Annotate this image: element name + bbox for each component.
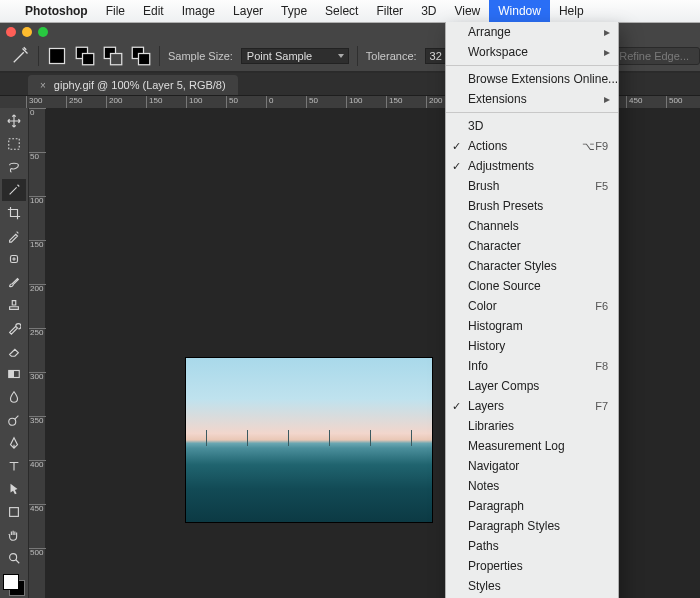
menu-item-3d[interactable]: 3D xyxy=(446,116,618,136)
stamp-tool-icon[interactable] xyxy=(2,294,26,316)
brush-tool-icon[interactable] xyxy=(2,271,26,293)
window-minimize-icon[interactable] xyxy=(22,27,32,37)
magic-wand-tool-icon[interactable] xyxy=(10,46,30,66)
menubar-view[interactable]: View xyxy=(445,0,489,22)
menubar-file[interactable]: File xyxy=(97,0,134,22)
menu-item-shortcut: F7 xyxy=(595,398,608,414)
menu-item-label: Paragraph xyxy=(468,499,524,513)
history-brush-tool-icon[interactable] xyxy=(2,317,26,339)
dodge-tool-icon[interactable] xyxy=(2,409,26,431)
menu-item-measurement-log[interactable]: Measurement Log xyxy=(446,436,618,456)
menu-item-libraries[interactable]: Libraries xyxy=(446,416,618,436)
pen-tool-icon[interactable] xyxy=(2,432,26,454)
menu-item-paragraph-styles[interactable]: Paragraph Styles xyxy=(446,516,618,536)
menu-item-paragraph[interactable]: Paragraph xyxy=(446,496,618,516)
menu-item-label: Properties xyxy=(468,559,523,573)
svg-point-10 xyxy=(9,418,16,425)
document-tab[interactable]: × giphy.gif @ 100% (Layer 5, RGB/8) xyxy=(28,75,238,95)
menubar-window[interactable]: Window xyxy=(489,0,550,22)
menubar-filter[interactable]: Filter xyxy=(367,0,412,22)
hand-tool-icon[interactable] xyxy=(2,524,26,546)
path-select-tool-icon[interactable] xyxy=(2,478,26,500)
ruler-tick: 200 xyxy=(29,284,46,293)
menubar-edit[interactable]: Edit xyxy=(134,0,173,22)
healing-tool-icon[interactable] xyxy=(2,248,26,270)
menu-item-character[interactable]: Character xyxy=(446,236,618,256)
ruler-tick: 100 xyxy=(29,196,46,205)
type-tool-icon[interactable] xyxy=(2,455,26,477)
menubar-3d[interactable]: 3D xyxy=(412,0,445,22)
tab-close-icon[interactable]: × xyxy=(40,80,46,91)
eyedropper-tool-icon[interactable] xyxy=(2,225,26,247)
menu-item-styles[interactable]: Styles xyxy=(446,576,618,596)
lasso-tool-icon[interactable] xyxy=(2,156,26,178)
document-canvas[interactable] xyxy=(186,358,432,522)
menu-item-label: Libraries xyxy=(468,419,514,433)
menubar-select[interactable]: Select xyxy=(316,0,367,22)
menu-item-label: 3D xyxy=(468,119,483,133)
menu-item-notes[interactable]: Notes xyxy=(446,476,618,496)
menu-item-clone-source[interactable]: Clone Source xyxy=(446,276,618,296)
menu-item-layer-comps[interactable]: Layer Comps xyxy=(446,376,618,396)
menu-item-channels[interactable]: Channels xyxy=(446,216,618,236)
selection-new-icon[interactable] xyxy=(47,46,67,66)
menu-item-extensions[interactable]: Extensions▸ xyxy=(446,89,618,109)
selection-intersect-icon[interactable] xyxy=(131,46,151,66)
window-menu-dropdown[interactable]: Arrange▸Workspace▸Browse Extensions Onli… xyxy=(445,22,619,598)
menu-item-color[interactable]: ColorF6 xyxy=(446,296,618,316)
menubar-image[interactable]: Image xyxy=(173,0,224,22)
move-tool-icon[interactable] xyxy=(2,110,26,132)
menu-item-character-styles[interactable]: Character Styles xyxy=(446,256,618,276)
menubar-layer[interactable]: Layer xyxy=(224,0,272,22)
menu-item-label: Clone Source xyxy=(468,279,541,293)
menu-item-properties[interactable]: Properties xyxy=(446,556,618,576)
menu-item-label: Character Styles xyxy=(468,259,557,273)
svg-rect-6 xyxy=(139,54,150,65)
menu-item-label: Brush Presets xyxy=(468,199,543,213)
tolerance-label: Tolerance: xyxy=(366,50,417,62)
menu-item-workspace[interactable]: Workspace▸ xyxy=(446,42,618,62)
selection-add-icon[interactable] xyxy=(75,46,95,66)
menu-item-navigator[interactable]: Navigator xyxy=(446,456,618,476)
foreground-color-swatch[interactable] xyxy=(3,574,19,590)
menu-item-brush-presets[interactable]: Brush Presets xyxy=(446,196,618,216)
gradient-tool-icon[interactable] xyxy=(2,363,26,385)
menu-item-shortcut: F5 xyxy=(595,178,608,194)
menu-item-info[interactable]: InfoF8 xyxy=(446,356,618,376)
menu-item-label: Histogram xyxy=(468,319,523,333)
window-close-icon[interactable] xyxy=(6,27,16,37)
menu-item-label: Browse Extensions Online... xyxy=(468,72,618,86)
separator xyxy=(159,46,160,66)
shape-tool-icon[interactable] xyxy=(2,501,26,523)
menubar-app[interactable]: Photoshop xyxy=(16,0,97,22)
sample-size-select[interactable]: Point Sample xyxy=(241,48,349,64)
window-zoom-icon[interactable] xyxy=(38,27,48,37)
crop-tool-icon[interactable] xyxy=(2,202,26,224)
ruler-tick: 0 xyxy=(29,108,46,117)
refine-edge-button[interactable]: Refine Edge... xyxy=(608,47,700,65)
menu-item-layers[interactable]: ✓LayersF7 xyxy=(446,396,618,416)
menu-item-histogram[interactable]: Histogram xyxy=(446,316,618,336)
ruler-vertical[interactable]: 050100150200250300350400450500 xyxy=(29,108,46,598)
menu-item-arrange[interactable]: Arrange▸ xyxy=(446,22,618,42)
menu-item-brush[interactable]: BrushF5 xyxy=(446,176,618,196)
menu-item-paths[interactable]: Paths xyxy=(446,536,618,556)
marquee-tool-icon[interactable] xyxy=(2,133,26,155)
menubar-type[interactable]: Type xyxy=(272,0,316,22)
menu-item-actions[interactable]: ✓Actions⌥F9 xyxy=(446,136,618,156)
menu-item-adjustments[interactable]: ✓Adjustments xyxy=(446,156,618,176)
menubar-help[interactable]: Help xyxy=(550,0,593,22)
menu-item-label: Paths xyxy=(468,539,499,553)
menu-item-label: Actions xyxy=(468,139,507,153)
menu-item-browse-extensions-online[interactable]: Browse Extensions Online... xyxy=(446,69,618,89)
color-swatches[interactable] xyxy=(3,574,25,596)
blur-tool-icon[interactable] xyxy=(2,386,26,408)
zoom-tool-icon[interactable] xyxy=(2,547,26,569)
eraser-tool-icon[interactable] xyxy=(2,340,26,362)
menu-item-label: Extensions xyxy=(468,92,527,106)
menu-item-history[interactable]: History xyxy=(446,336,618,356)
menu-item-label: Layer Comps xyxy=(468,379,539,393)
selection-subtract-icon[interactable] xyxy=(103,46,123,66)
magic-wand-tool-icon[interactable] xyxy=(2,179,26,201)
menu-item-label: Workspace xyxy=(468,45,528,59)
